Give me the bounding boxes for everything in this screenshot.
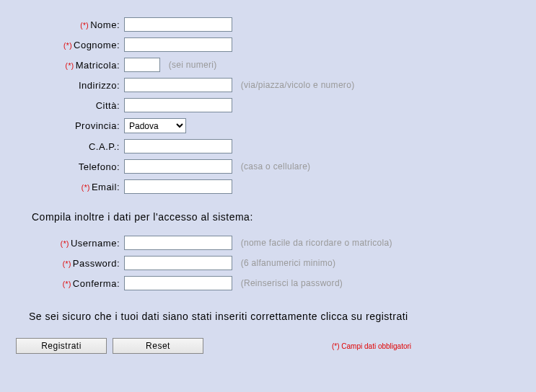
button-row: Registrati Reset (*) Campi dati obbligat… [16,338,520,354]
label-conferma: (*)Conferma: [16,278,124,289]
matricola-input[interactable] [124,58,160,72]
required-footnote: (*) Campi dati obbligatori [332,342,411,350]
label-provincia: Provincia: [16,120,124,131]
hint-indirizzo: (via/piazza/vicolo e numero) [241,80,355,90]
conferma-input[interactable] [124,276,232,290]
username-input[interactable] [124,236,232,250]
hint-telefono: (casa o cellulare) [241,161,311,172]
row-indirizzo: Indirizzo: (via/piazza/vicolo e numero) [16,78,520,92]
section-access-heading: Compila inoltre i dati per l'accesso al … [32,211,520,223]
hint-password: (6 alfanumerici minimo) [241,258,336,268]
label-email: (*)Email: [16,182,124,192]
password-input[interactable] [124,256,232,270]
label-citta: Città: [16,100,124,111]
telefono-input[interactable] [124,159,232,174]
label-matricola: (*)Matricola: [16,60,124,71]
label-cap: C.A.P.: [16,141,124,152]
label-nome: (*)Nome: [16,19,124,30]
row-nome: (*)Nome: [16,17,520,32]
required-marker: (*) [61,240,69,248]
required-marker: (*) [80,22,89,30]
hint-username: (nome facile da ricordare o matricola) [241,238,392,248]
citta-input[interactable] [124,98,232,112]
row-email: (*)Email: [16,179,520,194]
row-telefono: Telefono: (casa o cellulare) [16,159,520,174]
label-telefono: Telefono: [16,161,124,172]
row-username: (*)Username: (nome facile da ricordare o… [16,236,520,250]
row-citta: Città: [16,98,520,112]
provincia-select[interactable]: Padova [124,118,186,133]
required-marker: (*) [63,280,71,288]
indirizzo-input[interactable] [124,78,232,92]
label-username: (*)Username: [16,238,124,249]
label-password: (*)Password: [16,258,124,269]
registration-form: (*)Nome: (*)Cognome: (*)Matricola: (sei … [0,0,536,368]
cognome-input[interactable] [124,37,232,52]
hint-matricola: (sei numeri) [169,60,217,70]
reset-button[interactable]: Reset [113,338,203,354]
label-cognome: (*)Cognome: [16,40,124,50]
nome-input[interactable] [124,17,232,32]
label-indirizzo: Indirizzo: [16,80,124,91]
row-cap: C.A.P.: [16,139,520,153]
required-marker: (*) [63,260,71,268]
email-input[interactable] [124,179,232,194]
row-conferma: (*)Conferma: (Reinserisci la password) [16,276,520,290]
confirm-instruction: Se sei sicuro che i tuoi dati siano stat… [29,311,520,322]
row-provincia: Provincia: Padova [16,118,520,133]
required-marker: (*) [66,62,74,70]
row-password: (*)Password: (6 alfanumerici minimo) [16,256,520,270]
row-cognome: (*)Cognome: [16,37,520,52]
hint-conferma: (Reinserisci la password) [241,278,343,288]
submit-button[interactable]: Registrati [16,338,107,354]
required-marker: (*) [82,184,90,192]
cap-input[interactable] [124,139,232,153]
row-matricola: (*)Matricola: (sei numeri) [16,58,520,72]
required-marker: (*) [63,42,72,50]
